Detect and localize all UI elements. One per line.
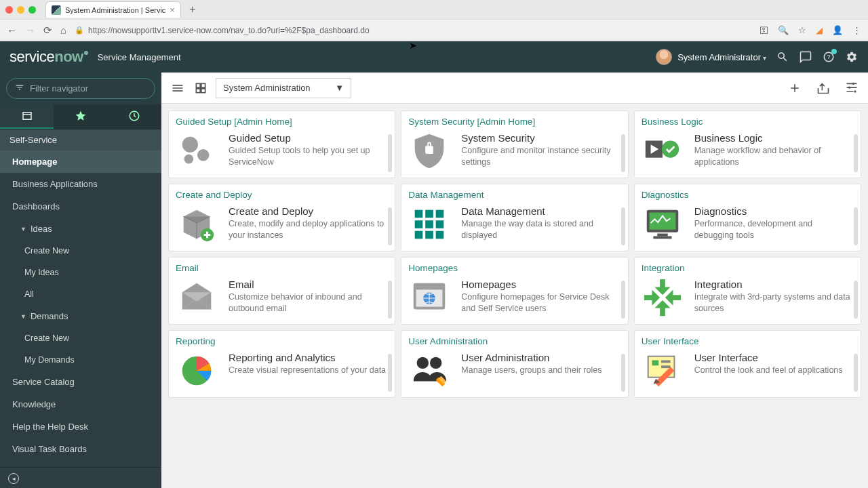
- home-button[interactable]: ⌂: [60, 24, 66, 36]
- card-header[interactable]: Data Management: [408, 190, 620, 200]
- nav-subitem[interactable]: My Ideas: [0, 262, 161, 283]
- svg-rect-19: [415, 209, 423, 218]
- arrows-icon: [642, 279, 684, 316]
- bookmark-icon[interactable]: ☆: [798, 25, 806, 35]
- filter-input[interactable]: [30, 83, 146, 94]
- collapse-icon[interactable]: ◂: [8, 473, 19, 484]
- card-header[interactable]: Reporting: [176, 336, 388, 346]
- card-scrollbar[interactable]: [621, 134, 625, 172]
- nav-item[interactable]: Knowledge: [0, 393, 161, 415]
- nav-tab-history[interactable]: [108, 104, 161, 129]
- card-scrollbar[interactable]: [854, 207, 858, 245]
- nav-subitem[interactable]: My Demands: [0, 349, 161, 371]
- card-header[interactable]: Create and Deploy: [176, 190, 388, 200]
- forward-button[interactable]: →: [25, 24, 35, 36]
- reload-button[interactable]: ⟳: [43, 24, 52, 37]
- dashboard-card[interactable]: DiagnosticsDiagnosticsPerformance, devel…: [634, 184, 861, 251]
- card-scrollbar[interactable]: [388, 354, 392, 392]
- nav-item[interactable]: Visual Task Boards: [0, 438, 161, 460]
- card-header[interactable]: Business Logic: [642, 117, 854, 127]
- list-view-icon[interactable]: [170, 80, 186, 96]
- nav-disclosure[interactable]: ▼ Demands: [0, 305, 161, 327]
- close-tab-icon[interactable]: ×: [170, 5, 175, 15]
- extension-icon[interactable]: ◢: [816, 25, 823, 35]
- svg-rect-30: [657, 233, 668, 236]
- nav-item[interactable]: Service Catalog: [0, 371, 161, 393]
- dashboard-card[interactable]: Guided Setup [Admin Home]Guided SetupGui…: [168, 110, 395, 178]
- dashboard-card[interactable]: User AdministrationUser AdministrationMa…: [401, 330, 628, 398]
- nav-tab-all[interactable]: [0, 104, 54, 129]
- settings-button[interactable]: [844, 80, 860, 96]
- card-header[interactable]: User Administration: [408, 336, 620, 346]
- dashboard-card[interactable]: User InterfaceUser InterfaceControl the …: [634, 330, 861, 398]
- back-button[interactable]: ←: [7, 24, 17, 36]
- nav-disclosure[interactable]: ▼ Ideas: [0, 218, 161, 240]
- card-scrollbar[interactable]: [388, 281, 392, 319]
- window-controls[interactable]: [5, 6, 36, 14]
- card-desc: Integrate with 3rd-party systems and dat…: [694, 291, 854, 314]
- svg-point-36: [417, 357, 429, 368]
- nav-subitem[interactable]: Create New: [0, 240, 161, 262]
- help-icon[interactable]: ?: [822, 50, 835, 64]
- card-scrollbar[interactable]: [621, 281, 625, 319]
- user-menu[interactable]: System Administrator: [656, 49, 766, 65]
- card-scrollbar[interactable]: [854, 281, 858, 319]
- share-button[interactable]: [815, 80, 831, 96]
- address-bar[interactable]: 🔒 https://nowsupporttv1.service-now.com/…: [75, 26, 751, 35]
- dashboard-card[interactable]: IntegrationIntegrationIntegrate with 3rd…: [634, 257, 861, 325]
- nav-tabs: [0, 104, 161, 129]
- grid-view-icon[interactable]: [193, 80, 209, 96]
- card-scrollbar[interactable]: [621, 207, 625, 245]
- card-scrollbar[interactable]: [388, 207, 392, 245]
- card-header[interactable]: Homepages: [408, 263, 620, 273]
- card-scrollbar[interactable]: [388, 134, 392, 172]
- card-title: User Interface: [694, 352, 843, 363]
- nav-group[interactable]: Self-Service: [0, 129, 161, 150]
- browser-tab[interactable]: System Administration | Servic ×: [45, 1, 181, 18]
- card-header[interactable]: Integration: [642, 263, 854, 273]
- dashboard-card[interactable]: Create and DeployCreate and DeployCreate…: [168, 184, 395, 251]
- card-header[interactable]: System Security [Admin Home]: [408, 117, 620, 127]
- dashboard-card[interactable]: ReportingReporting and AnalyticsCreate v…: [168, 330, 395, 398]
- zoom-icon[interactable]: 🔍: [778, 25, 789, 35]
- menu-icon[interactable]: ⋮: [852, 25, 861, 35]
- svg-rect-6: [201, 83, 205, 87]
- profile-icon[interactable]: 👤: [832, 25, 843, 35]
- dashboard-card[interactable]: Data ManagementData ManagementManage the…: [401, 184, 628, 251]
- dashboard-card[interactable]: Business LogicBusiness LogicManage workf…: [634, 110, 861, 178]
- svg-rect-15: [426, 146, 434, 154]
- svg-rect-40: [661, 360, 671, 363]
- monitor-icon: [642, 205, 684, 243]
- nav-tab-favorites[interactable]: [54, 104, 107, 129]
- filter-navigator[interactable]: [6, 78, 155, 99]
- card-header[interactable]: Email: [176, 263, 388, 273]
- card-header[interactable]: Diagnostics: [642, 190, 854, 200]
- pie-icon: [176, 352, 218, 389]
- nav-item[interactable]: Business Applications: [0, 173, 161, 195]
- card-desc: Performance, development and debugging t…: [694, 218, 854, 241]
- nav-subitem[interactable]: Create New: [0, 327, 161, 349]
- key-icon[interactable]: ⚿: [760, 25, 768, 35]
- card-header[interactable]: Guided Setup [Admin Home]: [176, 117, 388, 127]
- nav-subitem[interactable]: All: [0, 283, 161, 305]
- nav-item[interactable]: Homepage: [0, 150, 161, 173]
- envelope-icon: [176, 279, 218, 316]
- nav-list[interactable]: Self-ServiceHomepageBusiness Application…: [0, 129, 161, 467]
- logo[interactable]: servicenow: [9, 48, 88, 66]
- nav-item[interactable]: Dashboards: [0, 195, 161, 218]
- chat-icon[interactable]: [799, 50, 812, 64]
- dashboard-card[interactable]: System Security [Admin Home]System Secur…: [401, 110, 628, 178]
- search-icon[interactable]: [776, 50, 789, 64]
- dashboard-card[interactable]: EmailEmailCustomize behavior of inbound …: [168, 257, 395, 325]
- card-desc: Manage workflow and behavior of applicat…: [694, 145, 854, 168]
- new-tab-button[interactable]: +: [184, 3, 201, 16]
- dashboard-card[interactable]: HomepagesHomepagesConfigure homepages fo…: [401, 257, 628, 325]
- nav-item[interactable]: Help the Help Desk: [0, 415, 161, 438]
- gear-icon[interactable]: [845, 50, 859, 64]
- dashboard-select[interactable]: System Administration ▼: [216, 78, 351, 98]
- add-button[interactable]: [787, 80, 803, 96]
- card-scrollbar[interactable]: [854, 354, 858, 392]
- card-header[interactable]: User Interface: [642, 336, 854, 346]
- card-scrollbar[interactable]: [854, 134, 858, 172]
- card-scrollbar[interactable]: [621, 354, 625, 392]
